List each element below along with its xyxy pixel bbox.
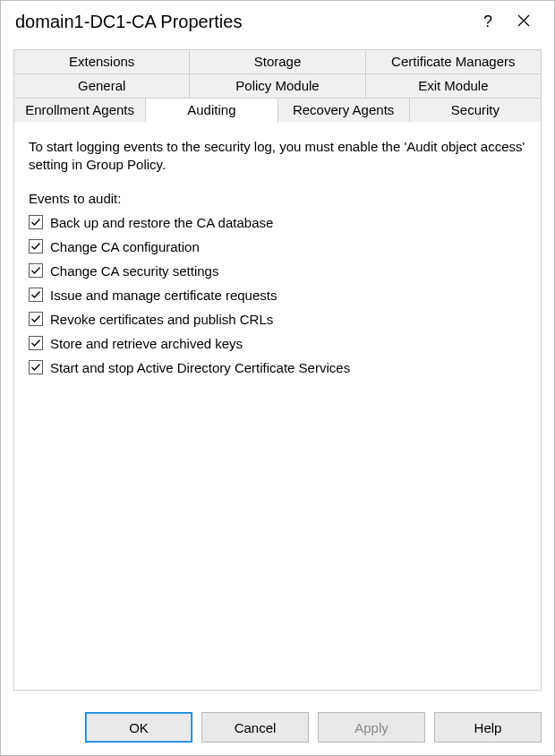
audit-checklist: Back up and restore the CA database Chan… <box>29 215 526 375</box>
checkbox-icon <box>29 336 43 350</box>
help-icon: ? <box>483 13 492 31</box>
check-label: Revoke certificates and publish CRLs <box>50 312 273 327</box>
checkbox-icon <box>29 239 43 253</box>
checkbox-icon <box>29 263 43 278</box>
checkbox-icon <box>29 360 43 374</box>
tab-exit-module[interactable]: Exit Module <box>365 73 542 98</box>
tab-storage[interactable]: Storage <box>189 49 365 73</box>
tab-security[interactable]: Security <box>409 98 542 123</box>
tab-recovery-agents[interactable]: Recovery Agents <box>278 98 410 123</box>
window-title: domain1-DC1-CA Properties <box>15 12 470 32</box>
tab-auditing[interactable]: Auditing <box>145 98 278 123</box>
auditing-description: To start logging events to the security … <box>29 138 526 175</box>
properties-dialog: domain1-DC1-CA Properties ? Extensions S… <box>0 0 555 756</box>
dialog-body: Extensions Storage Certificate Managers … <box>1 42 554 703</box>
check-archived-keys[interactable]: Store and retrieve archived keys <box>29 336 526 351</box>
tab-policy-module[interactable]: Policy Module <box>189 73 365 98</box>
check-start-stop-adcs[interactable]: Start and stop Active Directory Certific… <box>29 360 526 375</box>
check-change-config[interactable]: Change CA configuration <box>29 239 526 254</box>
tab-extensions[interactable]: Extensions <box>13 49 190 73</box>
cancel-button[interactable]: Cancel <box>201 712 309 743</box>
tab-panel-auditing: To start logging events to the security … <box>13 122 542 691</box>
help-button-footer[interactable]: Help <box>434 712 542 743</box>
close-icon <box>517 13 530 31</box>
apply-button[interactable]: Apply <box>318 712 425 743</box>
check-backup-restore[interactable]: Back up and restore the CA database <box>29 215 526 230</box>
ok-button[interactable]: OK <box>85 712 192 743</box>
events-to-audit-label: Events to audit: <box>29 191 526 206</box>
dialog-buttons: OK Cancel Apply Help <box>1 703 554 755</box>
checkbox-icon <box>29 215 43 229</box>
tab-enrollment-agents[interactable]: Enrollment Agents <box>13 98 146 123</box>
check-label: Issue and manage certificate requests <box>50 288 277 303</box>
check-label: Change CA security settings <box>50 263 218 279</box>
titlebar: domain1-DC1-CA Properties ? <box>1 1 554 42</box>
check-label: Start and stop Active Directory Certific… <box>50 360 350 375</box>
help-button[interactable]: ? <box>470 8 506 35</box>
check-label: Back up and restore the CA database <box>50 215 273 230</box>
check-change-security[interactable]: Change CA security settings <box>29 263 526 279</box>
check-label: Store and retrieve archived keys <box>50 336 243 351</box>
tab-certificate-managers[interactable]: Certificate Managers <box>365 49 542 73</box>
checkbox-icon <box>29 288 43 302</box>
tab-general[interactable]: General <box>13 73 190 98</box>
tab-strip: Extensions Storage Certificate Managers … <box>13 49 542 123</box>
check-label: Change CA configuration <box>50 239 200 254</box>
check-issue-manage[interactable]: Issue and manage certificate requests <box>29 288 526 303</box>
checkbox-icon <box>29 312 43 326</box>
check-revoke-crls[interactable]: Revoke certificates and publish CRLs <box>29 312 526 327</box>
close-button[interactable] <box>506 8 542 35</box>
